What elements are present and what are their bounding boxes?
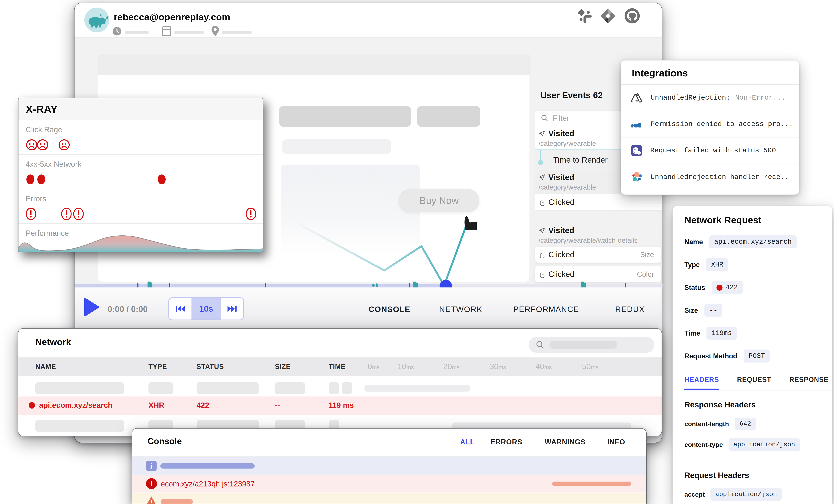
warning-icon: [145, 496, 157, 504]
tab-performance[interactable]: PERFORMANCE: [513, 305, 579, 314]
network-error-dot[interactable]: [158, 174, 166, 184]
network-error-dot[interactable]: [26, 174, 34, 184]
log-placeholder-bar: [552, 482, 631, 486]
console-error-row[interactable]: ! ecom.xyz/a213qh.js:123987: [132, 475, 646, 492]
skip-interval-label[interactable]: 10s: [192, 298, 221, 320]
col-status: STATUS: [197, 363, 224, 371]
event-clicked-card[interactable]: Clicked Size: [535, 247, 661, 263]
status-error-dot: [717, 285, 723, 291]
request-type: XHR: [149, 401, 164, 410]
integration-item-sentry[interactable]: UnhandledRejection:Non-Error...: [621, 85, 799, 111]
xray-title: X-RAY: [19, 98, 263, 120]
network-search-field[interactable]: [529, 337, 654, 353]
click-hand-icon: [539, 199, 545, 206]
click-rage-label: Click Rage: [26, 126, 256, 134]
header-value: application/json: [710, 488, 782, 501]
timing-dot: [538, 160, 543, 165]
tab-warnings[interactable]: WARNINGS: [545, 438, 586, 446]
info-icon: i: [146, 461, 157, 471]
console-info-row[interactable]: i: [132, 457, 646, 475]
col-type: TYPE: [149, 363, 167, 371]
visited-icon: [539, 227, 545, 234]
network-window-title: Network: [35, 337, 71, 347]
rage-face-icon[interactable]: [26, 139, 38, 151]
click-hand-icon: [539, 271, 545, 278]
field-label: Size: [684, 307, 698, 314]
skip-forward-button[interactable]: [221, 298, 243, 320]
network-error-dot[interactable]: [37, 174, 45, 184]
visited-icon: [539, 174, 545, 181]
request-method-value: POST: [744, 350, 770, 363]
ms-column: 30ms: [490, 362, 506, 371]
error-circle-icon[interactable]: [26, 207, 36, 220]
event-path: /category/wearable/watch-details: [535, 235, 662, 244]
section-divider: [684, 461, 832, 461]
ms-column: 50ms: [582, 362, 598, 371]
session-location-placeholder: [222, 31, 252, 34]
header-key: content-type: [684, 441, 723, 448]
console-title: Console: [148, 436, 182, 446]
timeline-remaining: [445, 284, 662, 287]
rollbar-icon: [631, 118, 643, 130]
console-divider: [132, 457, 646, 457]
tab-headers[interactable]: HEADERS: [684, 376, 719, 390]
errors-label: Errors: [26, 195, 256, 203]
play-button[interactable]: [84, 297, 100, 317]
integration-item-rollbar[interactable]: Permission denied to access pro...: [621, 111, 799, 137]
ms-column: 20ms: [443, 362, 460, 371]
replay-timeline[interactable]: [74, 284, 662, 287]
buy-now-label: Buy Now: [419, 195, 459, 206]
filter-placeholder: Filter: [552, 114, 569, 123]
network-request-title: Network Request: [684, 215, 825, 225]
console-warning-row[interactable]: [132, 493, 646, 504]
tab-redux[interactable]: REDUX: [615, 305, 645, 314]
integrations-panel: Integrations UnhandledRejection:Non-Erro…: [621, 60, 799, 195]
tab-network[interactable]: NETWORK: [439, 305, 482, 314]
jira-icon[interactable]: [600, 7, 617, 24]
tab-response[interactable]: RESPONSE: [789, 376, 829, 390]
xray-network-section: 4xx-5xx Network: [19, 155, 263, 189]
request-status-value: 422: [711, 281, 743, 294]
tab-console[interactable]: CONSOLE: [369, 305, 411, 314]
network-row-error[interactable]: api.ecom.xyz/search XHR 422 -- 119 ms: [18, 396, 662, 415]
field-label: Type: [684, 261, 700, 269]
event-group: Visited /category/wearable/watch-details: [535, 223, 662, 245]
skip-back-button[interactable]: [169, 298, 192, 320]
event-clicked[interactable]: Clicked: [535, 194, 662, 211]
cursor-pointer-icon: [462, 207, 477, 230]
error-circle-icon[interactable]: [73, 207, 84, 220]
github-icon[interactable]: [624, 7, 640, 24]
request-type-value: XHR: [706, 258, 728, 271]
network-request-panel: Network Request Name api.ecom.xyz/search…: [673, 206, 832, 504]
datadog-icon: [631, 145, 643, 157]
header-key: content-length: [684, 420, 729, 428]
network-table-header: NAME TYPE STATUS SIZE TIME 0ms 10ms 20ms…: [18, 357, 662, 376]
rage-face-icon[interactable]: [58, 139, 70, 151]
console-error-source: ecom.xyz/a213qh.js:123987: [161, 480, 255, 488]
integration-item-elastic[interactable]: Unhandledrejection handler rece..: [621, 164, 799, 190]
xray-errors-section: Errors: [19, 189, 263, 224]
error-circle-icon[interactable]: [61, 207, 72, 220]
tab-all[interactable]: ALL: [460, 438, 475, 446]
stage: rebecca@openreplay.com: [0, 0, 834, 504]
integration-item-datadog[interactable]: Request failed with status 500: [621, 137, 799, 164]
event-clicked-card[interactable]: Clicked Color: [535, 266, 661, 282]
tab-info[interactable]: INFO: [607, 438, 625, 446]
header-key: accept: [684, 491, 705, 498]
search-placeholder-bar: [549, 341, 617, 349]
search-icon: [536, 341, 544, 349]
request-size: --: [275, 401, 280, 410]
rage-face-icon[interactable]: [37, 139, 49, 151]
ms-column: 10ms: [397, 362, 414, 371]
user-events-title: User Events 62: [541, 90, 603, 100]
error-circle-icon[interactable]: [246, 207, 256, 220]
field-label: Request Method: [684, 352, 737, 360]
request-headers-title: Request Headers: [684, 471, 825, 480]
tab-errors[interactable]: ERRORS: [490, 438, 522, 446]
avatar: [84, 7, 109, 32]
xray-click-rage-section: Click Rage: [19, 120, 263, 155]
tab-request[interactable]: REQUEST: [737, 376, 771, 390]
timeline-played: [74, 284, 445, 287]
skip-back-icon: [175, 305, 185, 313]
slack-icon[interactable]: [577, 8, 593, 24]
